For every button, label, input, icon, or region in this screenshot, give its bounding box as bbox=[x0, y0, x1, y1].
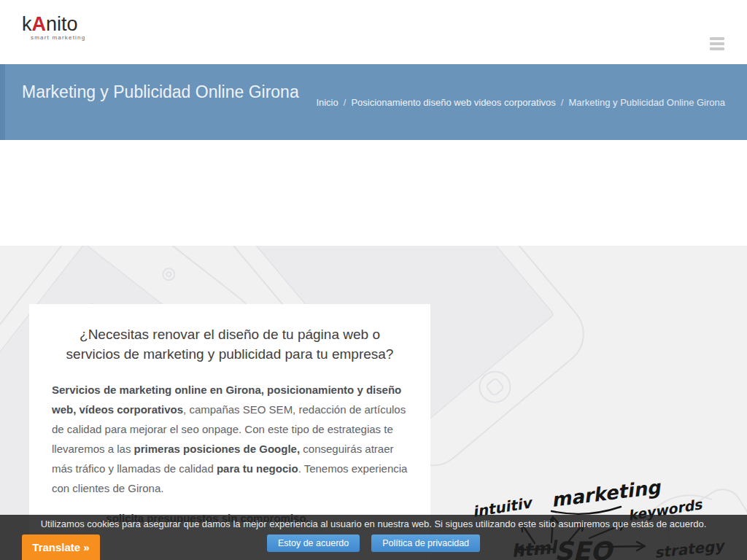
breadcrumb-separator: / bbox=[344, 97, 347, 108]
breadcrumb-current: Marketing y Publicidad Online Girona bbox=[568, 97, 725, 108]
top-header: kAnito smart marketing bbox=[0, 0, 747, 64]
page-title: Marketing y Publicidad Online Girona bbox=[22, 80, 328, 104]
translate-button[interactable]: Translate » bbox=[22, 534, 100, 560]
hamburger-menu-icon[interactable] bbox=[710, 37, 724, 50]
hero-left-edge bbox=[0, 64, 5, 140]
card-paragraph: Servicios de marketing online en Girona,… bbox=[52, 380, 408, 498]
white-spacer bbox=[0, 140, 747, 246]
logo[interactable]: kAnito smart marketing bbox=[22, 15, 85, 41]
card-heading: ¿Necesitas renovar el diseño de tu págin… bbox=[52, 324, 408, 364]
cookie-actions: Estoy de acuerdo Política de privacidad bbox=[0, 534, 747, 552]
logo-tagline: smart marketing bbox=[31, 34, 85, 41]
privacy-policy-button[interactable]: Política de privacidad bbox=[371, 534, 480, 552]
logo-accent-letter: A bbox=[32, 13, 47, 35]
logo-wordmark: kAnito bbox=[22, 15, 85, 34]
breadcrumb-home-link[interactable]: Inicio bbox=[316, 97, 338, 108]
cookie-consent-bar: Utilizamos cookies para asegurar que dam… bbox=[0, 515, 747, 560]
breadcrumb-parent-link[interactable]: Posicionamiento diseño web videos corpor… bbox=[351, 97, 555, 108]
cookie-accept-button[interactable]: Estoy de acuerdo bbox=[267, 534, 360, 552]
page: kAnito smart marketing Marketing y Publi… bbox=[0, 0, 747, 560]
cookie-message: Utilizamos cookies para asegurar que dam… bbox=[0, 518, 747, 529]
breadcrumb-separator: / bbox=[561, 97, 564, 108]
content-section: marketing intuitiv keywords html SEO str… bbox=[0, 246, 747, 560]
hero-band: Marketing y Publicidad Online Girona Ini… bbox=[0, 64, 747, 140]
breadcrumb: Inicio / Posicionamiento diseño web vide… bbox=[316, 64, 725, 140]
